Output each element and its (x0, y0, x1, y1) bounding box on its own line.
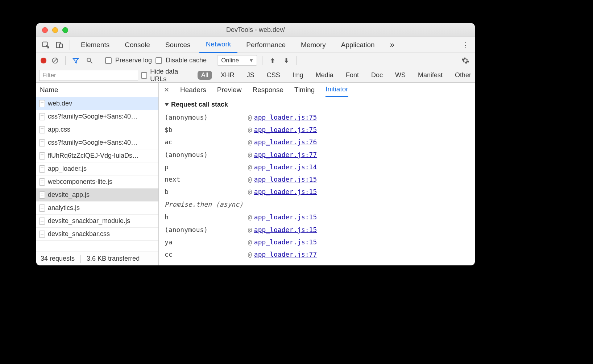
source-link[interactable]: app_loader.js:77 (254, 251, 317, 258)
request-row[interactable]: app.css (36, 123, 158, 136)
disable-cache-checkbox[interactable] (155, 57, 162, 64)
stack-frame: next@app_loader.js:15 (165, 173, 469, 186)
source-link[interactable]: app_loader.js:15 (254, 213, 317, 221)
filter-type-media[interactable]: Media (312, 71, 337, 80)
status-bar: 34 requests 3.6 KB transferred (36, 252, 158, 265)
call-stack-section[interactable]: Request call stack (165, 101, 469, 108)
filter-type-font[interactable]: Font (342, 71, 362, 80)
document-icon (39, 218, 45, 225)
clear-icon[interactable] (50, 55, 60, 66)
source-link[interactable]: app_loader.js:76 (254, 138, 317, 146)
tab-memory[interactable]: Memory (294, 37, 332, 53)
at-symbol: @ (248, 251, 252, 258)
separator (65, 56, 66, 65)
source-link[interactable]: app_loader.js:15 (254, 226, 317, 233)
network-toolbar: Preserve log Disable cache Online ▾ (36, 53, 475, 68)
settings-icon[interactable] (460, 55, 470, 66)
tab-performance[interactable]: Performance (240, 37, 292, 53)
tab-application[interactable]: Application (335, 37, 381, 53)
name-column-header[interactable]: Name (36, 83, 158, 97)
call-stack-async: h@app_loader.js:15(anonymous)@app_loader… (165, 211, 469, 261)
request-row[interactable]: devsite_snackbar_module.js (36, 215, 158, 228)
request-row[interactable]: app_loader.js (36, 162, 158, 175)
filter-type-other[interactable]: Other (451, 71, 475, 80)
filter-type-xhr[interactable]: XHR (217, 71, 238, 80)
detail-tabs: ✕ Headers Preview Response Timing Initia… (159, 83, 475, 97)
request-row[interactable]: devsite_app.js (36, 189, 158, 202)
search-icon[interactable] (84, 55, 95, 66)
detail-tab-initiator[interactable]: Initiator (325, 83, 348, 97)
hide-data-urls-checkbox[interactable] (141, 72, 147, 79)
tabs-overflow-icon[interactable]: » (383, 37, 401, 53)
minimize-window-button[interactable] (52, 27, 58, 33)
document-icon (39, 113, 45, 120)
async-boundary: Promise.then (async) (165, 198, 469, 211)
stack-frame: ya@app_loader.js:15 (165, 236, 469, 248)
filter-type-js[interactable]: JS (243, 71, 258, 80)
preserve-log-label: Preserve log (115, 57, 152, 64)
close-window-button[interactable] (42, 27, 48, 33)
filter-type-img[interactable]: Img (289, 71, 307, 80)
request-row[interactable]: css?family=Google+Sans:40… (36, 110, 158, 123)
request-name: app.css (48, 126, 70, 133)
filter-type-css[interactable]: CSS (263, 71, 284, 80)
filter-type-all[interactable]: All (198, 71, 212, 80)
disable-cache-label: Disable cache (166, 57, 207, 64)
source-link[interactable]: app_loader.js:77 (254, 151, 317, 158)
zoom-window-button[interactable] (62, 27, 68, 33)
filter-type-ws[interactable]: WS (391, 71, 409, 80)
filter-icon[interactable] (71, 55, 81, 66)
detail-tab-headers[interactable]: Headers (180, 83, 206, 97)
close-detail-icon[interactable]: ✕ (164, 86, 169, 94)
stack-function: $b (165, 124, 248, 136)
tab-console[interactable]: Console (118, 37, 157, 53)
detail-tab-timing[interactable]: Timing (294, 83, 315, 97)
at-symbol: @ (248, 151, 252, 158)
request-row[interactable]: webcomponents-lite.js (36, 175, 158, 189)
tab-elements[interactable]: Elements (74, 37, 116, 53)
throttling-select[interactable]: Online ▾ (217, 55, 257, 66)
document-icon (39, 231, 45, 238)
request-name: devsite_snackbar_module.js (48, 217, 130, 225)
request-row[interactable]: analytics.js (36, 202, 158, 215)
device-toolbar-icon[interactable] (54, 39, 65, 51)
transferred-size: 3.6 KB transferred (87, 255, 140, 262)
separator (262, 56, 262, 65)
request-row[interactable]: web.dev (36, 97, 158, 110)
more-options-icon[interactable]: ⋮ (460, 39, 471, 51)
detail-tab-response[interactable]: Response (252, 83, 283, 97)
network-content: Name web.devcss?family=Google+Sans:40…ap… (36, 83, 475, 265)
filter-input[interactable]: Filter (39, 70, 138, 81)
stack-function: (anonymous) (165, 149, 248, 161)
request-name: analytics.js (48, 204, 80, 212)
request-row[interactable]: css?family=Google+Sans:40… (36, 136, 158, 149)
at-symbol: @ (248, 113, 252, 121)
source-link[interactable]: app_loader.js:75 (254, 126, 317, 133)
svg-rect-2 (59, 44, 62, 47)
stack-frame: cc@app_loader.js:77 (165, 248, 469, 261)
source-link[interactable]: app_loader.js:14 (254, 163, 317, 171)
tab-network[interactable]: Network (199, 37, 238, 53)
download-har-icon[interactable] (281, 55, 291, 66)
upload-har-icon[interactable] (268, 55, 278, 66)
request-list: web.devcss?family=Google+Sans:40…app.css… (36, 97, 158, 252)
at-symbol: @ (248, 163, 252, 171)
request-count: 34 requests (41, 255, 75, 262)
source-link[interactable]: app_loader.js:15 (254, 188, 317, 195)
source-link[interactable]: app_loader.js:75 (254, 113, 317, 121)
stack-function: b (165, 186, 248, 198)
at-symbol: @ (248, 188, 252, 195)
detail-tab-preview[interactable]: Preview (217, 83, 242, 97)
record-button[interactable] (41, 58, 46, 63)
detail-pane: ✕ Headers Preview Response Timing Initia… (159, 83, 475, 265)
inspect-element-icon[interactable] (40, 39, 51, 51)
source-link[interactable]: app_loader.js:15 (254, 238, 317, 246)
source-link[interactable]: app_loader.js:15 (254, 175, 317, 183)
preserve-log-checkbox[interactable] (105, 57, 112, 64)
request-row[interactable]: devsite_snackbar.css (36, 228, 158, 241)
request-row[interactable]: flUhRq6tzZclQEJ-Vdg-IuiaDs… (36, 149, 158, 162)
filter-type-doc[interactable]: Doc (368, 71, 386, 80)
at-symbol: @ (248, 238, 252, 246)
tab-sources[interactable]: Sources (159, 37, 197, 53)
filter-type-manifest[interactable]: Manifest (414, 71, 446, 80)
